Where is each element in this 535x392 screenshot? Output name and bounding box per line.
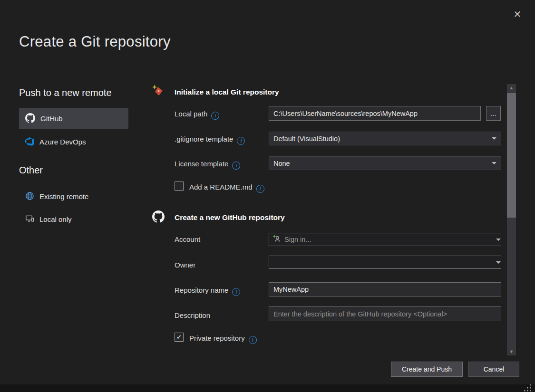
chevron-down-icon <box>496 261 501 264</box>
sidebar-item-github[interactable]: GitHub <box>19 108 128 129</box>
local-path-input[interactable] <box>269 106 481 121</box>
local-path-label-row: Local pathi <box>175 110 219 120</box>
chevron-down-icon <box>496 239 501 241</box>
github-section-icon <box>152 210 165 225</box>
owner-label: Owner <box>175 261 195 269</box>
browse-button[interactable]: ... <box>486 106 501 121</box>
readme-label: Add a README.md <box>189 183 253 191</box>
window-bottom-bar <box>0 384 535 392</box>
sidebar-item-azure-devops[interactable]: Azure DevOps <box>19 131 128 153</box>
add-user-icon <box>273 235 281 245</box>
description-label: Description <box>175 311 210 319</box>
sidebar-item-existing-remote-label: Existing remote <box>39 192 88 201</box>
readme-checkbox[interactable] <box>175 182 184 191</box>
scroll-up-icon[interactable]: ▲ <box>507 84 516 92</box>
sidebar-item-existing-remote[interactable]: Existing remote <box>19 186 128 207</box>
gitignore-value: Default (VisualStudio) <box>273 135 340 143</box>
account-value: Sign in... <box>284 236 311 243</box>
scroll-down-icon[interactable]: ▼ <box>507 348 516 355</box>
info-icon[interactable]: i <box>232 288 240 296</box>
create-and-push-button[interactable]: Create and Push <box>391 362 463 377</box>
license-label-row: License templatei <box>175 160 240 170</box>
private-repo-label-row: Private repositoryi <box>189 334 257 344</box>
dialog-title: Create a Git repository <box>19 33 171 50</box>
github-section-heading: Create a new GitHub repository <box>175 213 285 222</box>
gitignore-label-row: .gitignore templatei <box>175 135 245 145</box>
repo-name-label: Repository name <box>175 286 228 294</box>
account-dropdown[interactable]: Sign in... <box>269 233 501 246</box>
vertical-scrollbar[interactable]: ▲ ▼ <box>507 84 516 355</box>
owner-dropdown-button[interactable] <box>491 256 501 268</box>
create-git-repository-dialog: Create a Git repository ✕ Push to a new … <box>0 0 535 392</box>
info-icon[interactable]: i <box>237 137 245 145</box>
info-icon[interactable]: i <box>211 112 219 120</box>
sidebar-item-azure-devops-label: Azure DevOps <box>39 138 86 146</box>
private-repo-label: Private repository <box>189 334 245 342</box>
gitignore-label: .gitignore template <box>175 135 233 143</box>
sidebar-item-github-label: GitHub <box>40 115 63 123</box>
sidebar-item-local-only[interactable]: Local only <box>19 209 128 230</box>
other-heading: Other <box>19 165 43 176</box>
description-input[interactable] <box>269 306 501 321</box>
info-icon[interactable]: i <box>232 162 240 170</box>
new-repository-icon <box>151 84 165 99</box>
gitignore-dropdown[interactable]: Default (VisualStudio) <box>269 132 501 145</box>
owner-dropdown[interactable] <box>269 256 501 269</box>
readme-label-row: Add a README.mdi <box>189 183 264 193</box>
close-icon[interactable]: ✕ <box>510 7 525 22</box>
info-icon[interactable]: i <box>256 185 264 193</box>
license-dropdown[interactable]: None <box>269 156 501 170</box>
sidebar-item-local-only-label: Local only <box>39 215 72 223</box>
chevron-down-icon <box>492 162 496 164</box>
license-value: None <box>273 160 290 167</box>
github-icon <box>25 113 35 124</box>
scrollbar-thumb[interactable] <box>507 93 516 218</box>
private-repo-checkbox[interactable]: ✓ <box>175 333 184 342</box>
cancel-button[interactable]: Cancel <box>468 362 519 377</box>
repo-name-input[interactable] <box>269 282 501 296</box>
chevron-down-icon <box>492 137 496 140</box>
license-label: License template <box>175 160 228 168</box>
account-dropdown-button[interactable] <box>491 233 501 246</box>
init-section-heading: Initialize a local Git repository <box>175 88 279 96</box>
azure-devops-icon <box>25 137 34 147</box>
repo-name-label-row: Repository namei <box>175 286 240 296</box>
globe-icon <box>25 191 34 202</box>
computer-icon <box>25 214 34 225</box>
window-resize-grip[interactable] <box>523 383 532 392</box>
local-path-label: Local path <box>175 110 207 118</box>
push-remote-heading: Push to a new remote <box>19 87 112 98</box>
info-icon[interactable]: i <box>249 336 257 344</box>
account-label: Account <box>175 235 200 243</box>
